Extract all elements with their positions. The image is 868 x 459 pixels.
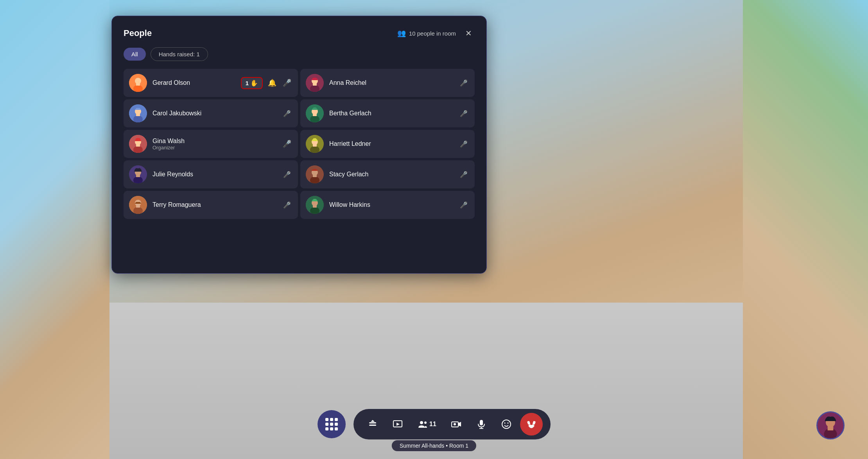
person-name-stacy: Stacy Gerlach <box>329 171 458 178</box>
svg-point-45 <box>424 421 427 424</box>
apps-dot <box>325 423 328 426</box>
end-call-button[interactable] <box>520 413 543 436</box>
svg-rect-40 <box>369 422 376 423</box>
apps-dot <box>335 418 338 421</box>
people-count-text: 10 people in room <box>409 30 456 37</box>
person-row-carol: Carol Jakubowski 🎤 <box>124 99 298 127</box>
person-info-bertha: Bertha Gerlach <box>329 110 458 117</box>
toolbar: 11 <box>317 409 551 439</box>
panel-header-right: 👥 10 people in room ✕ <box>397 27 475 39</box>
person-info-stacy: Stacy Gerlach <box>329 171 458 178</box>
person-info-gerard: Gerard Olson <box>152 79 241 86</box>
mic-muted-harriett[interactable]: 🎤 <box>458 138 469 149</box>
hand-count: 1 <box>246 80 249 86</box>
tab-hands-raised[interactable]: Hands raised: 1 <box>151 47 208 61</box>
people-panel: People 👥 10 people in room ✕ All Hands r… <box>111 16 487 274</box>
person-actions-terry: 🎤 <box>282 199 292 210</box>
person-actions-carol: 🎤 <box>282 108 292 119</box>
hand-emoji: ✋ <box>250 79 258 87</box>
room-label: Summer All-hands • Room 1 <box>392 440 476 451</box>
avatar-bertha <box>306 104 324 122</box>
person-row-anna: Anna Reichel 🎤 <box>300 69 475 97</box>
apps-dot <box>325 427 328 430</box>
media-button[interactable] <box>386 413 409 436</box>
person-actions-bertha: 🎤 <box>458 108 469 119</box>
person-name-harriett: Harriett Ledner <box>329 140 458 147</box>
svg-rect-3 <box>136 82 140 86</box>
hand-raise-badge[interactable]: 1 ✋ <box>241 77 263 89</box>
person-actions-anna: 🎤 <box>458 77 469 88</box>
person-row-julie: Julie Reynolds 🎤 <box>124 160 298 188</box>
svg-rect-39 <box>313 204 317 208</box>
people-grid: Gerard Olson 1 ✋ 🔔 🎤 <box>124 69 475 219</box>
person-actions-gerard: 1 ✋ 🔔 🎤 <box>241 77 292 89</box>
person-name-gerard: Gerard Olson <box>152 79 241 86</box>
person-actions-willow: 🎤 <box>458 199 469 210</box>
avatar-julie <box>129 165 147 183</box>
avatar-harriett <box>306 135 324 153</box>
avatar-anna <box>306 74 324 92</box>
apps-dot <box>330 418 333 421</box>
mic-muted-julie[interactable]: 🎤 <box>282 169 292 180</box>
emoji-button[interactable] <box>495 413 518 436</box>
panel-header: People 👥 10 people in room ✕ <box>124 27 475 39</box>
svg-point-52 <box>502 420 511 429</box>
person-name-anna: Anna Reichel <box>329 79 458 86</box>
apps-grid <box>325 418 338 430</box>
svg-rect-27 <box>136 174 140 177</box>
mic-muted-stacy[interactable]: 🎤 <box>458 169 469 180</box>
mic-muted-anna[interactable]: 🎤 <box>458 77 469 88</box>
apps-dot <box>330 427 333 430</box>
apps-dot <box>335 427 338 430</box>
tab-all[interactable]: All <box>124 48 146 61</box>
person-name-julie: Julie Reynolds <box>152 171 282 178</box>
svg-rect-19 <box>136 143 140 147</box>
participant-count: 11 <box>429 421 436 428</box>
mic-muted-bertha[interactable]: 🎤 <box>458 108 469 119</box>
mic-icon-gerard[interactable]: 🎤 <box>282 77 292 88</box>
person-info-terry: Terry Romaguera <box>152 201 282 208</box>
apps-button[interactable] <box>317 410 346 438</box>
camera-button[interactable] <box>445 413 468 436</box>
person-name-gina: Gina Walsh <box>152 138 282 145</box>
participants-button[interactable]: 11 <box>411 413 443 436</box>
svg-rect-35 <box>136 204 140 208</box>
mic-muted-willow[interactable]: 🎤 <box>458 199 469 210</box>
svg-marker-43 <box>396 423 400 426</box>
people-icon: 👥 <box>397 29 406 38</box>
apps-dot <box>335 423 338 426</box>
tabs-container: All Hands raised: 1 <box>124 47 475 61</box>
mic-button[interactable] <box>470 413 493 436</box>
person-info-gina: Gina Walsh Organizer <box>152 138 282 151</box>
person-row-terry: Terry Romaguera 🎤 <box>124 191 298 219</box>
svg-rect-15 <box>313 113 317 116</box>
avatar-willow <box>306 196 324 214</box>
svg-rect-31 <box>313 174 317 177</box>
svg-point-44 <box>420 421 423 424</box>
apps-dot <box>330 423 333 426</box>
person-row-harriett: Harriett Ledner 🎤 <box>300 130 475 158</box>
person-row-bertha: Bertha Gerlach 🎤 <box>300 99 475 127</box>
avatar-gerard <box>129 74 147 92</box>
person-info-carol: Carol Jakubowski <box>152 110 282 117</box>
svg-rect-49 <box>480 420 483 425</box>
mic-muted-carol[interactable]: 🎤 <box>282 108 292 119</box>
user-avatar[interactable] <box>816 411 845 439</box>
person-name-carol: Carol Jakubowski <box>152 110 282 117</box>
person-info-anna: Anna Reichel <box>329 79 458 86</box>
svg-rect-11 <box>136 113 140 116</box>
avatar-terry <box>129 196 147 214</box>
close-button[interactable]: ✕ <box>462 27 475 39</box>
toolbar-main: 11 <box>353 409 551 439</box>
person-role-gina: Organizer <box>152 145 282 151</box>
person-actions-gina: 🎤 <box>282 138 292 149</box>
mic-muted-terry[interactable]: 🎤 <box>282 199 292 210</box>
mic-active-gina[interactable]: 🎤 <box>282 138 292 149</box>
svg-rect-56 <box>532 421 536 425</box>
notification-icon-gerard[interactable]: 🔔 <box>267 77 278 88</box>
person-row-gerard: Gerard Olson 1 ✋ 🔔 🎤 <box>124 69 298 97</box>
apps-dot <box>325 418 328 421</box>
person-info-willow: Willow Harkins <box>329 201 458 208</box>
view-button[interactable] <box>361 413 384 436</box>
person-info-julie: Julie Reynolds <box>152 171 282 178</box>
